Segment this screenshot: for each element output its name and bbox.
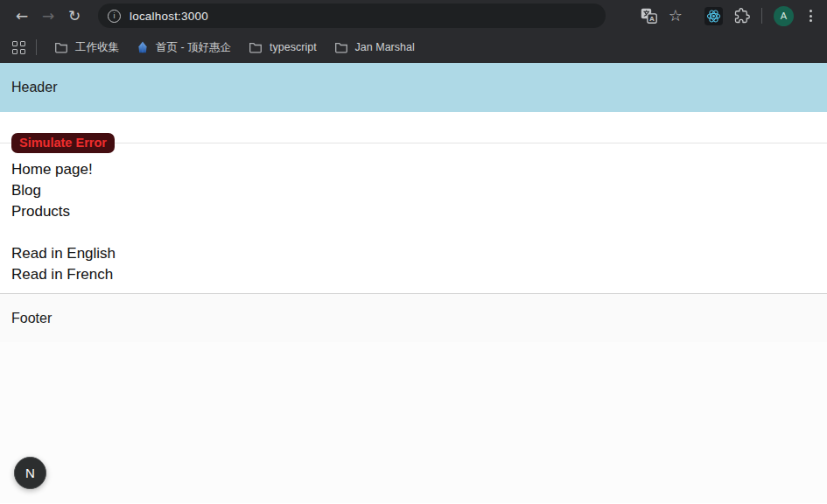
bookmark-star-icon[interactable]: ☆ xyxy=(669,8,683,24)
page-viewport: Header Simulate Error Home page! Blog Pr… xyxy=(0,63,827,504)
nav-link-blog[interactable]: Blog xyxy=(11,180,816,201)
forward-button: → xyxy=(35,4,61,28)
bookmark-homepage-site[interactable]: 首页 - 顶好惠企 xyxy=(128,36,240,59)
svg-text:A: A xyxy=(649,15,655,23)
translate-icon[interactable]: A xyxy=(641,8,657,24)
folder-icon xyxy=(249,41,263,53)
profile-avatar[interactable]: A xyxy=(774,6,794,26)
site-footer: Footer xyxy=(0,293,827,342)
apps-grid-icon[interactable] xyxy=(9,38,29,58)
browser-chrome: ← → ↻ i localhost:3000 A ☆ xyxy=(0,0,827,63)
main-content: Simulate Error Home page! Blog Products … xyxy=(0,112,827,285)
bookmark-label: 工作收集 xyxy=(75,40,119,55)
nav-link-products[interactable]: Products xyxy=(11,201,816,222)
back-button[interactable]: ← xyxy=(9,4,35,28)
home-page-text: Home page! xyxy=(11,159,816,180)
extensions-puzzle-icon[interactable] xyxy=(734,8,750,24)
gem-favicon xyxy=(137,41,149,53)
read-in-french-link[interactable]: Read in French xyxy=(11,264,816,285)
reload-button[interactable]: ↻ xyxy=(61,4,88,28)
bookmarks-divider xyxy=(36,39,37,55)
bookmark-folder-typescript[interactable]: typescript xyxy=(240,36,326,59)
address-bar[interactable]: i localhost:3000 xyxy=(98,4,606,28)
folder-icon xyxy=(334,41,348,53)
toolbar-divider xyxy=(761,8,762,24)
site-header: Header xyxy=(0,63,827,112)
bookmark-folder-jan-marshal[interactable]: Jan Marshal xyxy=(326,36,424,59)
site-info-icon[interactable]: i xyxy=(108,10,121,23)
footer-label: Footer xyxy=(11,311,52,326)
toolbar-right-group: A ☆ A xyxy=(641,6,818,26)
browser-toolbar: ← → ↻ i localhost:3000 A ☆ xyxy=(0,0,827,32)
bookmark-label: Jan Marshal xyxy=(355,41,415,53)
below-footer-area xyxy=(0,342,827,503)
browser-menu-icon[interactable] xyxy=(805,10,816,22)
locale-links-group: Read in English Read in French xyxy=(11,243,816,285)
folder-icon xyxy=(54,41,68,53)
bookmark-folder-work[interactable]: 工作收集 xyxy=(46,36,128,59)
nextjs-devtools-badge[interactable]: N xyxy=(14,457,46,489)
header-label: Header xyxy=(11,80,57,95)
react-devtools-extension-icon[interactable] xyxy=(704,7,723,25)
bookmarks-bar: 工作收集 首页 - 顶好惠企 typescript xyxy=(0,32,827,63)
url-text[interactable]: localhost:3000 xyxy=(130,10,208,23)
simulate-error-button[interactable]: Simulate Error xyxy=(11,133,115,153)
bookmark-label: 首页 - 顶好惠企 xyxy=(156,40,231,55)
read-in-english-link[interactable]: Read in English xyxy=(11,243,816,264)
bookmark-label: typescript xyxy=(270,41,317,53)
